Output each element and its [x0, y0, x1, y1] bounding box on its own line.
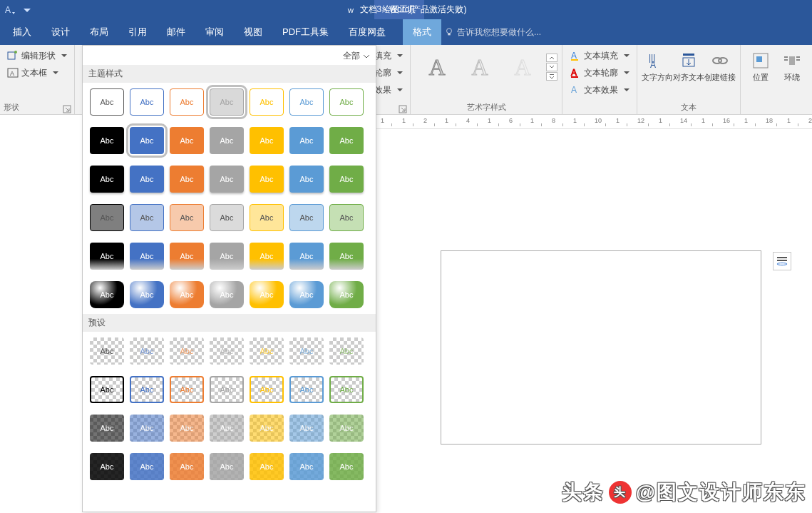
wordart-style-2[interactable]: A [462, 49, 498, 85]
preset-style-swatch[interactable]: Abc [90, 376, 124, 403]
style-panel-filter[interactable]: 全部 [83, 50, 376, 65]
tab-format[interactable]: 格式 [403, 19, 441, 45]
text-effects-button[interactable]: A 文本效果 [567, 82, 632, 98]
theme-style-swatch[interactable]: Abc [170, 204, 204, 231]
tell-me-search[interactable]: 告诉我您想要做什么... [444, 26, 541, 39]
preset-style-swatch[interactable]: Abc [250, 453, 284, 480]
theme-style-swatch[interactable]: Abc [210, 243, 244, 270]
preset-style-swatch[interactable]: Abc [90, 337, 124, 365]
preset-style-swatch[interactable]: Abc [250, 415, 284, 442]
tab-mail[interactable]: 邮件 [157, 19, 195, 45]
gallery-down-button[interactable] [546, 63, 557, 71]
tab-review[interactable]: 审阅 [195, 19, 234, 45]
qat-more[interactable] [20, 3, 34, 17]
position-button[interactable]: 位置 [745, 48, 776, 95]
theme-style-swatch[interactable]: Abc [90, 243, 124, 270]
theme-style-swatch[interactable]: Abc [170, 127, 204, 154]
preset-style-swatch[interactable]: Abc [130, 337, 164, 365]
theme-style-swatch[interactable]: Abc [250, 166, 284, 193]
dialog-launcher-icon[interactable] [63, 105, 71, 113]
wrap-button[interactable]: 环绕 [776, 48, 808, 95]
edit-shape-button[interactable]: 编辑形状 [4, 48, 70, 64]
theme-style-swatch[interactable]: Abc [289, 204, 324, 231]
theme-style-swatch[interactable]: Abc [289, 281, 324, 308]
theme-style-swatch[interactable]: Abc [90, 166, 124, 193]
theme-style-swatch[interactable]: Abc [289, 127, 324, 154]
preset-style-swatch[interactable]: Abc [250, 376, 284, 403]
preset-style-swatch[interactable]: Abc [130, 376, 164, 403]
theme-style-swatch[interactable]: Abc [130, 127, 164, 154]
preset-style-swatch[interactable]: Abc [130, 453, 164, 480]
tab-insert[interactable]: 插入 [3, 19, 41, 45]
preset-style-swatch[interactable]: Abc [329, 453, 364, 480]
text-fill-button[interactable]: A 文本填充 [567, 48, 632, 64]
preset-style-swatch[interactable]: Abc [90, 415, 124, 442]
layout-options-button[interactable] [773, 252, 791, 270]
preset-style-swatch[interactable]: Abc [170, 376, 204, 403]
theme-style-swatch[interactable]: Abc [329, 281, 364, 308]
textbox-button[interactable]: A 文本框 [4, 65, 70, 81]
theme-style-swatch[interactable]: Abc [170, 166, 204, 193]
preset-style-swatch[interactable]: Abc [289, 337, 324, 365]
theme-style-swatch[interactable]: Abc [329, 88, 364, 116]
gallery-up-button[interactable] [546, 54, 557, 62]
theme-style-swatch[interactable]: Abc [250, 281, 284, 308]
theme-style-swatch[interactable]: Abc [130, 243, 164, 270]
theme-style-swatch[interactable]: Abc [210, 166, 244, 193]
preset-style-swatch[interactable]: Abc [170, 337, 204, 365]
align-text-button[interactable]: 对齐文本 [673, 48, 704, 95]
preset-style-swatch[interactable]: Abc [329, 415, 364, 442]
preset-style-swatch[interactable]: Abc [210, 415, 244, 442]
tab-baidu[interactable]: 百度网盘 [339, 19, 396, 45]
text-outline-button[interactable]: A 文本轮廓 [567, 65, 632, 81]
tab-view[interactable]: 视图 [234, 19, 272, 45]
horizontal-ruler[interactable]: 1121416181101121141161181201221241261281… [376, 115, 812, 129]
theme-style-swatch[interactable]: Abc [210, 281, 244, 308]
preset-style-swatch[interactable]: Abc [210, 337, 244, 365]
qat-item[interactable]: A [3, 3, 17, 17]
tab-design[interactable]: 设计 [41, 19, 80, 45]
preset-style-swatch[interactable]: Abc [289, 415, 324, 442]
preset-style-swatch[interactable]: Abc [250, 337, 284, 365]
tab-pdf[interactable]: PDF工具集 [272, 19, 339, 45]
theme-style-swatch[interactable]: Abc [90, 281, 124, 308]
dialog-launcher-icon[interactable] [399, 105, 407, 113]
preset-style-swatch[interactable]: Abc [329, 376, 364, 403]
theme-style-swatch[interactable]: Abc [329, 243, 364, 270]
theme-style-swatch[interactable]: Abc [250, 88, 284, 116]
tab-references[interactable]: 引用 [118, 19, 157, 45]
theme-style-swatch[interactable]: Abc [329, 166, 364, 193]
theme-style-swatch[interactable]: Abc [170, 281, 204, 308]
theme-style-swatch[interactable]: Abc [90, 127, 124, 154]
theme-style-swatch[interactable]: Abc [329, 127, 364, 154]
wordart-style-3[interactable]: A [505, 49, 540, 85]
create-link-button[interactable]: 创建链接 [704, 48, 736, 95]
theme-style-swatch[interactable]: Abc [130, 204, 164, 231]
theme-style-swatch[interactable]: Abc [210, 204, 244, 231]
preset-style-swatch[interactable]: Abc [210, 376, 244, 403]
preset-style-swatch[interactable]: Abc [170, 415, 204, 442]
theme-style-swatch[interactable]: Abc [130, 281, 164, 308]
theme-style-swatch[interactable]: Abc [170, 243, 204, 270]
theme-style-swatch[interactable]: Abc [250, 204, 284, 231]
theme-style-swatch[interactable]: Abc [90, 204, 124, 231]
theme-style-swatch[interactable]: Abc [289, 166, 324, 193]
preset-style-swatch[interactable]: Abc [90, 453, 124, 480]
theme-style-swatch[interactable]: Abc [250, 243, 284, 270]
theme-style-swatch[interactable]: Abc [130, 166, 164, 193]
theme-style-swatch[interactable]: Abc [210, 88, 244, 116]
preset-style-swatch[interactable]: Abc [329, 337, 364, 365]
theme-style-swatch[interactable]: Abc [130, 88, 164, 116]
gallery-more-button[interactable] [546, 72, 557, 81]
theme-style-swatch[interactable]: Abc [250, 127, 284, 154]
theme-style-swatch[interactable]: Abc [210, 127, 244, 154]
theme-style-swatch[interactable]: Abc [90, 88, 124, 116]
preset-style-swatch[interactable]: Abc [289, 376, 324, 403]
selected-shape-rectangle[interactable] [441, 250, 761, 445]
theme-style-swatch[interactable]: Abc [289, 243, 324, 270]
preset-style-swatch[interactable]: Abc [210, 453, 244, 480]
preset-style-swatch[interactable]: Abc [130, 415, 164, 442]
preset-style-swatch[interactable]: Abc [289, 453, 324, 480]
wordart-style-1[interactable]: A [419, 49, 455, 85]
theme-style-swatch[interactable]: Abc [289, 88, 324, 116]
